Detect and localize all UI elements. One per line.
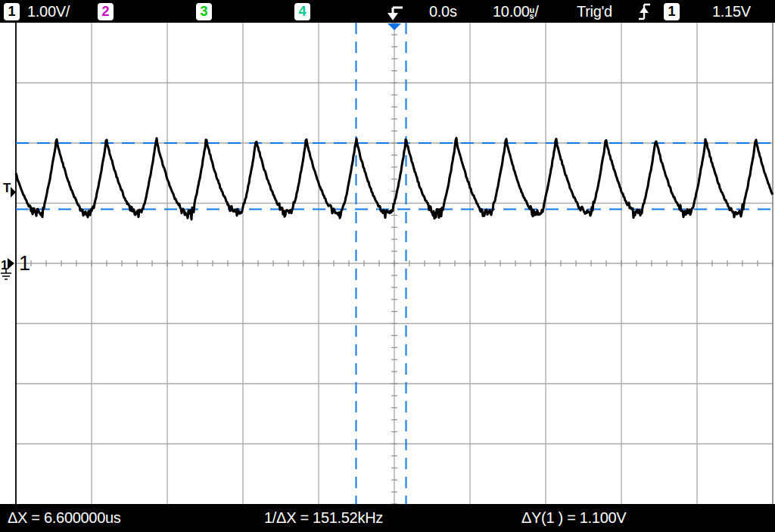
ch1-trace-label: 1 <box>19 252 30 275</box>
status-bar: 1 1.00V/ 2 3 4 0.0s 10.00us/ Trig'd 1 1.… <box>0 0 775 23</box>
trigger-level-marker-label: T <box>3 181 11 195</box>
ch1-ground-marker-label: 1 <box>1 258 8 272</box>
ch1-badge[interactable]: 1 <box>4 3 20 20</box>
trigger-level-value[interactable]: 1.15V <box>712 0 751 23</box>
delay-time-value[interactable]: 0.0s <box>429 0 457 23</box>
ch4-badge[interactable]: 4 <box>294 3 310 20</box>
delta-y-readout: ΔY(1 ) = 1.100V <box>521 504 626 532</box>
delta-x-readout: ΔX = 6.600000us <box>8 504 121 532</box>
ch1-scale[interactable]: 1.00V/ <box>27 0 70 23</box>
trigger-source-badge[interactable]: 1 <box>664 3 680 20</box>
trigger-status: Trig'd <box>577 0 612 23</box>
rising-edge-trigger-icon[interactable] <box>638 2 652 25</box>
oscilloscope-screen: T 1 1 1 1.00V/ 2 3 4 0.0s 10.00us/ Trig'… <box>0 0 775 532</box>
inverse-delta-x-readout: 1/ΔX = 151.52kHz <box>264 504 383 532</box>
timebase-suffix: / <box>534 3 538 20</box>
ch2-badge[interactable]: 2 <box>98 3 114 20</box>
trigger-delay-icon <box>383 2 404 25</box>
timebase-readout[interactable]: 10.00us/ <box>493 0 539 23</box>
waveform-display: T 1 1 <box>0 0 775 532</box>
timebase-unit-bottom: s <box>530 11 534 20</box>
measurement-bar: ΔX = 6.600000us 1/ΔX = 151.52kHz ΔY(1 ) … <box>0 504 775 532</box>
ch3-badge[interactable]: 3 <box>196 3 212 20</box>
timebase-value: 10.00 <box>493 3 530 20</box>
